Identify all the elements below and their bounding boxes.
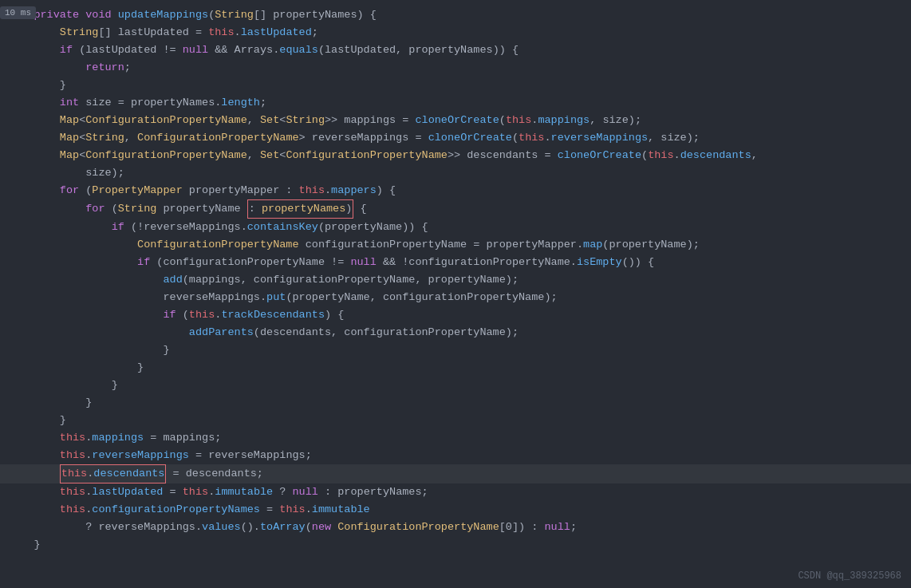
timer-badge: 10 ms <box>0 6 36 19</box>
code-line: } <box>0 341 911 359</box>
code-line: return; <box>0 59 911 77</box>
code-lines: private void updateMappings(String[] pro… <box>0 6 911 554</box>
code-line: } <box>0 394 911 412</box>
code-line: reverseMappings.put(propertyName, config… <box>0 289 911 306</box>
code-line: if (!reverseMappings.containsKey(propert… <box>0 219 911 236</box>
code-line: if (lastUpdated != null && Arrays.equals… <box>0 41 911 59</box>
code-line: Map<ConfigurationPropertyName, Set<Strin… <box>0 112 911 129</box>
code-line: } <box>0 536 911 554</box>
code-line: String[] lastUpdated = this.lastUpdated; <box>0 24 911 41</box>
code-line: } <box>0 77 911 94</box>
code-line: private void updateMappings(String[] pro… <box>0 6 911 24</box>
code-line: for (String propertyName : propertyNames… <box>0 199 911 219</box>
code-line: } <box>0 359 911 377</box>
code-line: this.mappings = mappings; <box>0 429 911 447</box>
watermark: CSDN @qq_389325968 <box>798 570 901 582</box>
code-line: if (this.trackDescendants) { <box>0 306 911 324</box>
code-line: this.reverseMappings = reverseMappings; <box>0 447 911 464</box>
red-box-highlight: : propertyNames) <box>247 199 354 219</box>
code-line: Map<String, ConfigurationPropertyName> r… <box>0 129 911 147</box>
code-line: for (PropertyMapper propertyMapper : thi… <box>0 182 911 199</box>
code-line: } <box>0 377 911 394</box>
code-editor: 10 ms private void updateMappings(String… <box>0 0 911 588</box>
code-line: size); <box>0 164 911 182</box>
code-line: this.descendants = descendants; <box>0 464 911 483</box>
red-box-highlight-2: this.descendants <box>60 464 167 483</box>
code-line: if (configurationPropertyName != null &&… <box>0 254 911 271</box>
code-line: ConfigurationPropertyName configurationP… <box>0 236 911 254</box>
code-line: ? reverseMappings.values().toArray(new C… <box>0 519 911 536</box>
code-line: this.lastUpdated = this.immutable ? null… <box>0 483 911 501</box>
code-line: int size = propertyNames.length; <box>0 94 911 112</box>
code-line: add(mappings, configurationPropertyName,… <box>0 271 911 289</box>
code-line: this.configurationPropertyNames = this.i… <box>0 501 911 519</box>
code-line: addParents(descendants, configurationPro… <box>0 324 911 341</box>
code-line: Map<ConfigurationPropertyName, Set<Confi… <box>0 147 911 164</box>
code-line: } <box>0 412 911 429</box>
